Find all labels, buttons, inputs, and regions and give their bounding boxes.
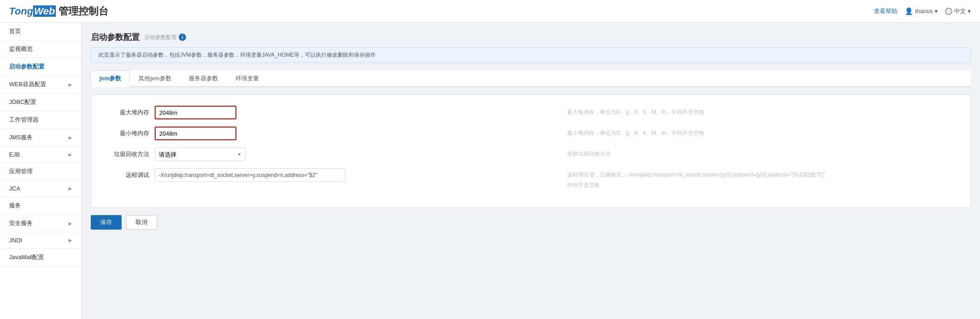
arrow-icon-security: ▶ xyxy=(69,221,72,226)
sidebar-label-task: 工作管理器 xyxy=(9,116,39,124)
tab-other-jvm[interactable]: 其他jvm参数 xyxy=(130,70,180,87)
tab-bar: jvm参数 其他jvm参数 服务器参数 环境变量 xyxy=(91,70,971,87)
sidebar-label-web: WEB容器配置 xyxy=(9,80,46,88)
sidebar-item-monitor[interactable]: 监视概览 xyxy=(0,40,81,58)
form-container: 最大堆内存 最大堆内存，单位为G、g、K、k、M、m，中间不含空格 最小堆内存 … xyxy=(91,94,971,208)
button-bar: 保存 取消 xyxy=(91,215,971,230)
gc-select[interactable]: 请选择 Serial Parallel CMS G1 xyxy=(155,147,245,161)
user-dropdown-arrow: ▾ xyxy=(935,8,938,15)
sidebar-label-startup: 启动参数配置 xyxy=(9,63,44,71)
sidebar-item-javamail[interactable]: JavaMail配置 xyxy=(0,249,81,266)
breadcrumb: 启动参数配置 i xyxy=(144,34,186,41)
page-title: 启动参数配置 xyxy=(91,32,140,43)
remote-debug-hint: 远程调试项，正确格式：-Xrunjdwp:transport=dt_socket… xyxy=(549,168,961,189)
max-heap-row: 最大堆内存 最大堆内存，单位为G、g、K、k、M、m，中间不含空格 xyxy=(100,106,961,119)
gc-hint: 选择垃圾回收方法 xyxy=(549,147,961,158)
save-button[interactable]: 保存 xyxy=(91,215,122,230)
arrow-icon-web: ▶ xyxy=(69,82,72,87)
sidebar-item-task-manager[interactable]: 工作管理器 xyxy=(0,111,81,129)
header: TongWeb 管理控制台 查看帮助 👤 thanos ▾ 中文 ▾ xyxy=(0,0,980,23)
sidebar-item-jndi[interactable]: JNDI ▶ xyxy=(0,232,81,249)
min-heap-input[interactable] xyxy=(155,127,236,140)
min-heap-row: 最小堆内存 最小堆内存，单位为G、g、K、k、M、m，中间不含空格 xyxy=(100,127,961,140)
user-icon: 👤 xyxy=(905,7,913,15)
layout: 首页 监视概览 启动参数配置 WEB容器配置 ▶ JDBC配置 工作管理器 JM… xyxy=(0,23,980,319)
sidebar-label-jdbc: JDBC配置 xyxy=(9,98,36,106)
tab-jvm[interactable]: jvm参数 xyxy=(91,70,130,87)
max-heap-control xyxy=(155,106,549,119)
sidebar-label-security: 安全服务 xyxy=(9,219,33,227)
username: thanos xyxy=(915,8,933,15)
sidebar-label-ejb: EJB xyxy=(9,151,20,158)
lang-label: 中文 xyxy=(954,7,966,15)
gc-label: 垃圾回收方法 xyxy=(100,147,155,158)
cancel-button[interactable]: 取消 xyxy=(126,215,157,230)
logo: TongWeb 管理控制台 xyxy=(9,5,108,18)
sidebar-item-jdbc[interactable]: JDBC配置 xyxy=(0,93,81,111)
description-bar: 此页显示了服务器启动参数，包括JVM参数，服务器参数，环境变量JAVA_HOME… xyxy=(91,47,971,63)
remote-debug-hint-2: 中间不含空格 xyxy=(567,179,961,189)
logo-tongweb: TongWeb xyxy=(9,5,56,17)
user-info[interactable]: 👤 thanos ▾ xyxy=(905,7,938,15)
sidebar-label-home: 首页 xyxy=(9,27,21,35)
sidebar-item-service[interactable]: 服务 xyxy=(0,197,81,215)
sidebar-item-app-mgmt[interactable]: 应用管理 xyxy=(0,163,81,181)
remote-debug-hint-1: 远程调试项，正确格式：-Xrunjdwp:transport=dt_socket… xyxy=(567,168,961,179)
sidebar-item-jms[interactable]: JMS服务 ▶ xyxy=(0,129,81,147)
remote-debug-input[interactable] xyxy=(155,168,345,182)
header-right: 查看帮助 👤 thanos ▾ 中文 ▾ xyxy=(874,7,971,15)
gc-control: 请选择 Serial Parallel CMS G1 ▼ xyxy=(155,147,549,161)
gc-row: 垃圾回收方法 请选择 Serial Parallel CMS G1 ▼ 选择垃圾… xyxy=(100,147,961,161)
description-text: 此页显示了服务器启动参数，包括JVM参数，服务器参数，环境变量JAVA_HOME… xyxy=(98,52,376,58)
lang-arrow: ▾ xyxy=(968,8,971,15)
help-link[interactable]: 查看帮助 xyxy=(874,7,897,15)
tab-server-params[interactable]: 服务器参数 xyxy=(180,70,227,87)
globe-icon xyxy=(945,8,952,15)
breadcrumb-label: 启动参数配置 xyxy=(144,34,177,41)
arrow-icon-jndi: ▶ xyxy=(69,238,72,243)
tab-env-vars[interactable]: 环境变量 xyxy=(227,70,268,87)
remote-debug-control xyxy=(155,168,549,182)
arrow-icon-ejb: ▶ xyxy=(69,152,72,157)
main-content: 启动参数配置 启动参数配置 i 此页显示了服务器启动参数，包括JVM参数，服务器… xyxy=(82,23,980,319)
sidebar-item-home[interactable]: 首页 xyxy=(0,23,81,40)
sidebar-label-jndi: JNDI xyxy=(9,237,22,244)
sidebar-label-jca: JCA xyxy=(9,185,20,192)
max-heap-input[interactable] xyxy=(155,106,236,119)
min-heap-control xyxy=(155,127,549,140)
sidebar-label-javamail: JavaMail配置 xyxy=(9,253,44,261)
arrow-icon-jca: ▶ xyxy=(69,186,72,191)
logo-suffix: 管理控制台 xyxy=(56,5,108,17)
info-icon[interactable]: i xyxy=(179,34,186,41)
sidebar-label-monitor: 监视概览 xyxy=(9,45,33,53)
sidebar: 首页 监视概览 启动参数配置 WEB容器配置 ▶ JDBC配置 工作管理器 JM… xyxy=(0,23,82,319)
sidebar-item-startup-config[interactable]: 启动参数配置 xyxy=(0,58,81,76)
sidebar-label-service: 服务 xyxy=(9,201,21,210)
arrow-icon-jms: ▶ xyxy=(69,135,72,140)
sidebar-item-security[interactable]: 安全服务 ▶ xyxy=(0,215,81,232)
sidebar-label-jms: JMS服务 xyxy=(9,133,33,142)
max-heap-label: 最大堆内存 xyxy=(100,106,155,117)
remote-debug-label: 远程调试 xyxy=(100,168,155,179)
lang-selector[interactable]: 中文 ▾ xyxy=(945,7,971,15)
gc-select-wrap: 请选择 Serial Parallel CMS G1 ▼ xyxy=(155,147,245,161)
sidebar-label-app: 应用管理 xyxy=(9,167,33,176)
sidebar-item-web-container[interactable]: WEB容器配置 ▶ xyxy=(0,76,81,93)
min-heap-label: 最小堆内存 xyxy=(100,127,155,137)
page-title-bar: 启动参数配置 启动参数配置 i xyxy=(91,32,971,43)
max-heap-hint: 最大堆内存，单位为G、g、K、k、M、m，中间不含空格 xyxy=(549,106,961,116)
remote-debug-row: 远程调试 远程调试项，正确格式：-Xrunjdwp:transport=dt_s… xyxy=(100,168,961,189)
sidebar-item-jca[interactable]: JCA ▶ xyxy=(0,181,81,197)
min-heap-hint: 最小堆内存，单位为G、g、K、k、M、m，中间不含空格 xyxy=(549,127,961,137)
sidebar-item-ejb[interactable]: EJB ▶ xyxy=(0,147,81,163)
